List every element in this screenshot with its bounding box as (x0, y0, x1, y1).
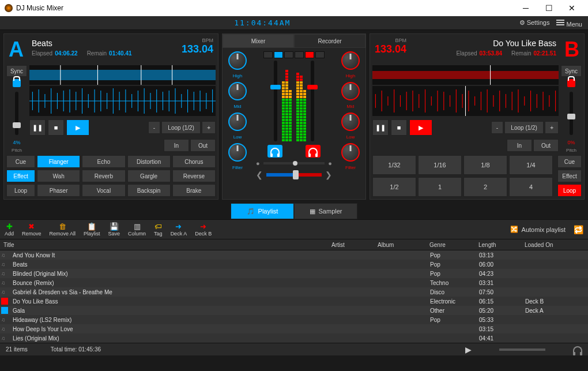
fx-backspin[interactable]: Backspin (127, 184, 171, 197)
deck-b-loop-in[interactable]: In (507, 139, 532, 152)
volume-a-slider[interactable] (274, 61, 277, 141)
minimize-button[interactable]: ─ (514, 0, 537, 16)
table-row[interactable]: Gabriel & Dresden vs Sia - Breathe MeDis… (0, 287, 588, 297)
deck-b-waveform-detail[interactable] (372, 86, 559, 116)
deck-b-cue-button[interactable]: Cue (557, 155, 582, 168)
playlist-tab[interactable]: 🎵Playlist (231, 203, 294, 219)
knob-b-mid[interactable] (341, 82, 360, 100)
fx-distortion[interactable]: Distortion (127, 155, 171, 168)
loop-1-16[interactable]: 1/16 (418, 155, 462, 175)
save-button[interactable]: 💾Save (108, 222, 120, 237)
table-row[interactable]: Bounce (Remix)Techno03:31 (0, 278, 588, 287)
table-row[interactable]: How Deep Is Your Love03:15 (0, 324, 588, 333)
deck-b-pause-button[interactable]: ❚❚ (372, 119, 389, 136)
deck-b-loop-out[interactable]: Out (533, 139, 559, 152)
column-button[interactable]: ▥Column (128, 222, 146, 237)
cue-a-button[interactable] (267, 145, 282, 158)
loop-1-4[interactable]: 1/4 (509, 155, 553, 175)
deck-b-loop-plus[interactable]: + (545, 121, 559, 134)
deck-a-stop-button[interactable]: ■ (48, 119, 64, 136)
table-row[interactable]: And You Know ItPop03:13 (0, 250, 588, 260)
deck-a-loop-plus[interactable]: + (202, 121, 216, 134)
deck-b-loop-minus[interactable]: - (491, 121, 503, 134)
sampler-tab[interactable]: ▦Sampler (294, 203, 357, 219)
deck-a-loop-button[interactable]: Loop (6, 184, 35, 197)
table-row[interactable]: Do You Like BassElectronic06:15Deck B (0, 297, 588, 306)
knob-a-low[interactable] (228, 113, 247, 131)
deck-a-effect-button[interactable]: Effect (6, 170, 35, 182)
remove-all-button[interactable]: 🗑Remove All (50, 222, 76, 237)
deck-a-loop-out[interactable]: Out (190, 139, 216, 152)
fx-gargle[interactable]: Gargle (127, 170, 171, 182)
xfader-right-arrow[interactable]: ❯ (325, 170, 332, 179)
table-row[interactable]: Lies (Original Mix)04:41 (0, 333, 588, 343)
fx-echo[interactable]: Echo (82, 155, 125, 168)
loop-1-2[interactable]: 1/2 (372, 177, 416, 197)
xfader-left-arrow[interactable]: ❮ (256, 170, 263, 179)
knob-b-filter[interactable] (341, 143, 360, 162)
deck-b-pitch-slider[interactable] (570, 92, 573, 135)
settings-button[interactable]: ⚙ Settings (519, 19, 550, 27)
knob-b-high[interactable] (341, 51, 360, 70)
maximize-button[interactable]: ☐ (537, 0, 560, 16)
deck-a-waveform-overview[interactable] (29, 65, 216, 85)
deck-b-waveform-overview[interactable] (372, 65, 559, 85)
fx-chorus[interactable]: Chorus (172, 155, 216, 168)
deck-a-loop-label[interactable]: Loop (1/2) (161, 121, 201, 134)
menu-button[interactable]: Menu (556, 18, 582, 28)
knob-a-mid[interactable] (228, 82, 247, 100)
deck-b-stop-button[interactable]: ■ (391, 119, 407, 136)
deck-b-effect-button[interactable]: Effect (557, 170, 582, 182)
deck-a-waveform-detail[interactable] (29, 86, 216, 116)
playlist-table[interactable]: And You Know ItPop03:13BeatsPop06:00Blin… (0, 250, 588, 343)
crossfader[interactable] (266, 173, 322, 177)
deck-b-lock-icon[interactable] (567, 79, 575, 87)
fx-reverb[interactable]: Reverb (82, 170, 125, 182)
deck-b-loop-button[interactable]: Loop (557, 184, 582, 197)
loop-1[interactable]: 1 (418, 177, 462, 197)
fx-vocal[interactable]: Vocal (82, 184, 125, 197)
deck-b-load-button[interactable]: ➜Deck B (195, 222, 212, 237)
headphone-icon[interactable] (573, 346, 582, 353)
tag-button[interactable]: 🏷Tag (154, 222, 163, 237)
fx-wah[interactable]: Wah (37, 170, 80, 182)
table-row[interactable]: Blinded (Original Mix)Pop04:23 (0, 269, 588, 278)
add-button[interactable]: ✚Add (5, 222, 14, 237)
loop-2[interactable]: 2 (463, 177, 507, 197)
deck-b-play-button[interactable]: ▶ (409, 119, 432, 136)
fx-phaser[interactable]: Phaser (37, 184, 80, 197)
knob-a-high[interactable] (228, 51, 247, 70)
recorder-tab[interactable]: Recorder (294, 34, 365, 48)
deck-a-pause-button[interactable]: ❚❚ (29, 119, 46, 136)
knob-b-low[interactable] (341, 113, 360, 131)
playlist-button[interactable]: 📋Playlist (84, 222, 100, 237)
fx-flanger[interactable]: Flanger (37, 155, 80, 168)
status-play-button[interactable]: ▶ (465, 345, 472, 354)
deck-a-load-button[interactable]: ➜Deck A (171, 222, 187, 237)
deck-a-loop-in[interactable]: In (164, 139, 189, 152)
deck-a-lock-icon[interactable] (13, 79, 21, 87)
loop-4[interactable]: 4 (509, 177, 553, 197)
loop-1-8[interactable]: 1/8 (463, 155, 507, 175)
close-button[interactable]: ✕ (560, 0, 583, 16)
knob-a-filter[interactable] (228, 143, 247, 162)
table-row[interactable]: BeatsPop06:00 (0, 260, 588, 269)
deck-b-sync-button[interactable]: Sync (561, 65, 582, 77)
repeat-button[interactable]: 🔁 (574, 225, 583, 234)
deck-a-sync-button[interactable]: Sync (6, 65, 27, 77)
deck-a-pitch-slider[interactable] (15, 92, 18, 135)
mixer-tab[interactable]: Mixer (223, 34, 294, 48)
fx-brake[interactable]: Brake (172, 184, 216, 197)
table-row[interactable]: GalaOther05:20Deck A (0, 306, 588, 315)
remove-button[interactable]: ✖Remove (22, 222, 42, 237)
loop-1-32[interactable]: 1/32 (372, 155, 416, 175)
automix-button[interactable]: 🔀Automix playlist (510, 226, 566, 233)
table-row[interactable]: Hideaway (LS2 Remix)Pop05:33 (0, 315, 588, 324)
deck-b-loop-label[interactable]: Loop (1/2) (504, 121, 544, 134)
cue-b-button[interactable] (306, 145, 321, 158)
deck-a-loop-minus[interactable]: - (148, 121, 160, 134)
fx-reverse[interactable]: Reverse (172, 170, 216, 182)
volume-b-slider[interactable] (311, 61, 314, 141)
status-volume-slider[interactable] (499, 348, 545, 351)
deck-a-cue-button[interactable]: Cue (6, 155, 35, 168)
